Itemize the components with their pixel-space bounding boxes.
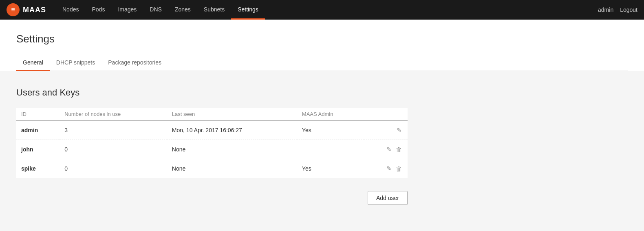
- cell-last-seen: None: [167, 140, 297, 159]
- cell-id: john: [16, 140, 60, 159]
- topnav-link-images[interactable]: Images: [111, 0, 143, 20]
- cell-nodes: 0: [60, 140, 167, 159]
- topnav-link-subnets[interactable]: Subnets: [197, 0, 231, 20]
- edit-icon[interactable]: ✎: [396, 126, 403, 135]
- cell-maas-admin: Yes: [297, 159, 364, 178]
- delete-icon[interactable]: 🗑: [395, 164, 403, 173]
- topnav-links: NodesPodsImagesDNSZonesSubnetsSettings: [56, 0, 598, 20]
- cell-actions: ✎: [364, 121, 408, 140]
- logo-text: MAAS: [23, 6, 46, 14]
- column-header-maas_admin: MAAS Admin: [297, 108, 364, 121]
- page-header: Settings GeneralDHCP snippetsPackage rep…: [0, 20, 644, 71]
- cell-last-seen: None: [167, 159, 297, 178]
- topnav-username: admin: [598, 7, 613, 13]
- table-row: admin3Mon, 10 Apr. 2017 16:06:27Yes✎: [16, 121, 408, 140]
- cell-id: admin: [16, 121, 60, 140]
- cell-maas-admin: [297, 140, 364, 159]
- cell-maas-admin: Yes: [297, 121, 364, 140]
- tabs: GeneralDHCP snippetsPackage repositories: [16, 55, 628, 71]
- topnav-link-zones[interactable]: Zones: [168, 0, 197, 20]
- topnav: ≡ MAAS NodesPodsImagesDNSZonesSubnetsSet…: [0, 0, 644, 20]
- page-title: Settings: [16, 33, 628, 45]
- cell-nodes: 3: [60, 121, 167, 140]
- cell-nodes: 0: [60, 159, 167, 178]
- column-header-last_seen: Last seen: [167, 108, 297, 121]
- topnav-right: admin Logout: [598, 7, 637, 13]
- table-row: spike0NoneYes✎🗑: [16, 159, 408, 178]
- edit-icon[interactable]: ✎: [386, 164, 393, 173]
- add-user-row: Add user: [16, 178, 408, 205]
- column-header-nodes: Number of nodes in use: [60, 108, 167, 121]
- cell-actions: ✎🗑: [364, 159, 408, 178]
- topnav-link-nodes[interactable]: Nodes: [56, 0, 85, 20]
- logo[interactable]: ≡ MAAS: [7, 3, 46, 16]
- cell-id: spike: [16, 159, 60, 178]
- topnav-link-settings[interactable]: Settings: [231, 0, 265, 20]
- logo-menu-icon: ≡: [11, 7, 15, 13]
- cell-actions: ✎🗑: [364, 140, 408, 159]
- logo-icon: ≡: [7, 3, 20, 16]
- tab-dhcp-snippets[interactable]: DHCP snippets: [50, 55, 101, 71]
- table-row: john0None✎🗑: [16, 140, 408, 159]
- column-header-id: ID: [16, 108, 60, 121]
- topnav-logout[interactable]: Logout: [620, 7, 637, 13]
- topnav-link-dns[interactable]: DNS: [143, 0, 168, 20]
- main-section: Users and Keys IDNumber of nodes in useL…: [0, 71, 644, 231]
- cell-last-seen: Mon, 10 Apr. 2017 16:06:27: [167, 121, 297, 140]
- section-title: Users and Keys: [16, 87, 628, 98]
- edit-icon[interactable]: ✎: [386, 145, 393, 154]
- delete-icon[interactable]: 🗑: [395, 145, 403, 154]
- users-table: IDNumber of nodes in useLast seenMAAS Ad…: [16, 108, 408, 178]
- tab-package-repositories[interactable]: Package repositories: [101, 55, 168, 71]
- topnav-link-pods[interactable]: Pods: [85, 0, 111, 20]
- table-body: admin3Mon, 10 Apr. 2017 16:06:27Yes✎john…: [16, 121, 408, 178]
- tab-general[interactable]: General: [16, 55, 50, 71]
- table-header-row: IDNumber of nodes in useLast seenMAAS Ad…: [16, 108, 408, 121]
- column-header-actions: [364, 108, 408, 121]
- add-user-button[interactable]: Add user: [368, 191, 408, 205]
